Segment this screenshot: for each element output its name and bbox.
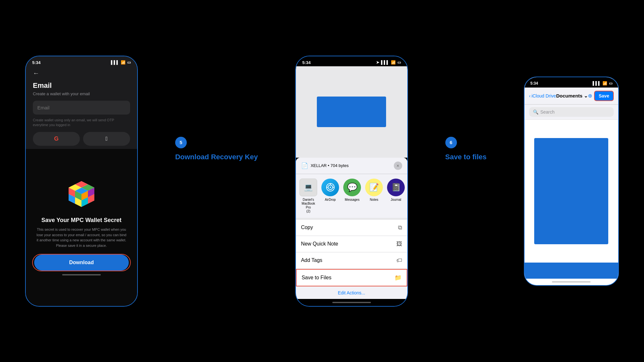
search-placeholder: Search — [540, 109, 554, 115]
search-bar[interactable]: 🔍 Search — [529, 107, 614, 117]
add-tags-label: Add Tags — [301, 257, 322, 263]
save-to-files-label: Save to Files — [302, 275, 331, 281]
apple-icon:  — [106, 135, 108, 142]
quick-note-icon: 🖼 — [396, 241, 402, 247]
status-icons-right: ▌▌▌ 📶 ▭ — [592, 81, 612, 86]
edit-actions-link[interactable]: Edit Actions... — [338, 290, 365, 295]
home-indicator-right — [525, 279, 618, 285]
quick-note-label: New Quick Note — [301, 241, 338, 247]
step5-colored: Recovery Key — [211, 153, 258, 161]
wifi-icon-mid: 📶 — [391, 60, 396, 65]
signal-icon: ▌▌▌ — [111, 60, 119, 65]
battery-icon: ▭ — [127, 60, 131, 65]
status-bar-middle: 5:34 ➤ ▌▌▌ 📶 ▭ — [296, 56, 407, 66]
status-time-right: 5:34 — [530, 81, 538, 86]
icloud-search-bar-container: 🔍 Search — [525, 105, 618, 120]
copy-label: Copy — [301, 225, 313, 230]
email-subtitle: Create a wallet with your email — [33, 91, 130, 96]
share-app-messages[interactable]: 💬 Messages — [343, 179, 362, 213]
home-indicator-left — [62, 271, 101, 278]
google-login-button[interactable]: G — [33, 132, 80, 146]
email-title: Email — [33, 81, 130, 90]
step6-label: 6 Save to files — [445, 137, 487, 226]
airdrop-icon — [321, 179, 339, 196]
macbook-icon: 💻 — [299, 179, 317, 196]
icloud-file-area — [525, 120, 618, 263]
share-preview — [296, 66, 407, 158]
email-hint: Create wallet using only an email, we wi… — [33, 118, 130, 128]
journal-icon: 📓 — [387, 179, 405, 196]
download-button-container: Download — [32, 254, 131, 271]
home-bar-mid — [332, 302, 371, 303]
phone-middle: 5:34 ➤ ▌▌▌ 📶 ▭ 📄 XELLAR • 704 bytes × — [295, 56, 408, 307]
icloud-bottom-bar — [525, 263, 618, 279]
wallet-secret-title: Save Your MPC Wallet Secret — [42, 217, 122, 224]
save-to-files-menu-item[interactable]: Save to Files 📁 — [296, 269, 407, 286]
icloud-folder-name: Documents ⌄ — [556, 93, 588, 99]
preview-blue-rect — [317, 97, 386, 127]
tag-icon: 🏷 — [396, 257, 402, 264]
step5-label: 5 Download Recovery Key — [175, 137, 258, 226]
status-time-middle: 5:34 — [302, 60, 311, 65]
icloud-drive-label: iCloud Drive — [532, 93, 556, 98]
wallet-secret-description: This secret is used to recover your MPC … — [32, 227, 131, 248]
status-bar-left: 5:34 ▌▌▌ 📶 ▭ — [26, 56, 137, 66]
icloud-nav: ‹ iCloud Drive Documents ⌄ ⊕ Save — [525, 88, 618, 105]
signal-icon-mid: ▌▌▌ — [381, 60, 389, 65]
svg-point-17 — [330, 187, 331, 188]
wifi-icon-right: 📶 — [602, 81, 607, 86]
share-sheet-header: 📄 XELLAR • 704 bytes × — [296, 158, 407, 174]
status-time-left: 5:34 — [32, 60, 41, 65]
edit-actions-section: Edit Actions... — [296, 287, 407, 299]
step5-circle: 5 — [175, 137, 187, 148]
share-app-notes[interactable]: 📝 Notes — [365, 179, 384, 213]
rubik-cube-icon — [65, 180, 98, 212]
status-icons-middle: ➤ ▌▌▌ 📶 ▭ — [376, 60, 401, 65]
step5-text: Download Recovery Key — [175, 153, 258, 161]
step6-circle: 6 — [445, 137, 457, 148]
share-close-button[interactable]: × — [394, 162, 402, 170]
step6-colored: to files — [464, 153, 487, 161]
signal-icon-right: ▌▌▌ — [592, 81, 601, 86]
icloud-back-button[interactable]: ‹ iCloud Drive — [529, 93, 556, 98]
wifi-icon: 📶 — [121, 60, 126, 65]
step6-text: Save to files — [445, 153, 487, 161]
folder-icon: 📁 — [394, 274, 402, 281]
icloud-actions: ⊕ Save — [588, 91, 614, 101]
add-tags-menu-item[interactable]: Add Tags 🏷 — [296, 253, 407, 269]
notes-label: Notes — [370, 198, 378, 201]
folder-name-text: Documents — [556, 93, 582, 98]
back-button[interactable]: ← — [33, 70, 130, 77]
phone-left: 5:34 ▌▌▌ 📶 ▭ ← Email Create a wallet wit… — [25, 56, 138, 307]
share-app-airdrop[interactable]: AirDrop — [321, 179, 340, 213]
chevron-left-icon: ‹ — [529, 93, 531, 98]
journal-label: Journal — [391, 198, 401, 201]
copy-menu-item[interactable]: Copy ⧉ — [296, 220, 407, 236]
share-apps-row: 💻 Daniel'sMacBook Pro(2) — [296, 174, 407, 218]
apple-login-button[interactable]:  — [83, 132, 130, 146]
wallet-secret-section: Save Your MPC Wallet Secret This secret … — [26, 149, 137, 306]
file-name: XELLAR • 704 bytes — [311, 163, 349, 168]
icloud-save-button[interactable]: Save — [594, 91, 614, 101]
chevron-down-icon: ⌄ — [584, 93, 588, 99]
new-quick-note-menu-item[interactable]: New Quick Note 🖼 — [296, 236, 407, 252]
home-bar-right — [552, 281, 591, 283]
share-app-macbook[interactable]: 💻 Daniel'sMacBook Pro(2) — [299, 179, 318, 213]
more-icon[interactable]: ⊕ — [588, 93, 592, 99]
airdrop-label: AirDrop — [325, 198, 336, 201]
share-sheet: 📄 XELLAR • 704 bytes × 💻 Daniel'sMacBook… — [296, 158, 407, 299]
status-icons-left: ▌▌▌ 📶 ▭ — [111, 60, 131, 65]
search-icon: 🔍 — [533, 109, 538, 115]
email-input[interactable] — [33, 101, 130, 115]
macbook-label: Daniel'sMacBook Pro(2) — [299, 198, 318, 213]
download-button[interactable]: Download — [34, 255, 129, 271]
messages-label: Messages — [345, 198, 360, 201]
phone-top-content: ← Email Create a wallet with your email … — [26, 66, 137, 149]
share-app-journal[interactable]: 📓 Journal — [387, 179, 405, 213]
home-bar — [62, 274, 101, 275]
location-icon: ➤ — [376, 60, 379, 65]
status-bar-right: 5:34 ▌▌▌ 📶 ▭ — [525, 77, 618, 88]
step6-plain: Save — [445, 153, 464, 161]
battery-icon-mid: ▭ — [397, 60, 401, 65]
file-icon: 📄 — [301, 162, 308, 169]
